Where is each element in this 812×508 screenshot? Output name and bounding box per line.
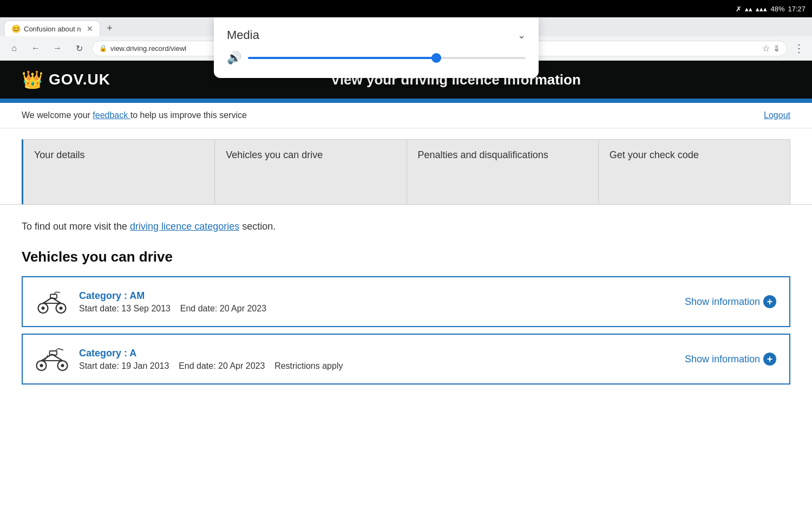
media-header: Media ⌄ bbox=[227, 28, 526, 42]
nav-tabs: Your details Vehicles you can drive Pena… bbox=[0, 128, 812, 205]
chevron-down-icon[interactable]: ⌄ bbox=[518, 29, 526, 41]
svg-point-12 bbox=[40, 364, 43, 367]
show-information-a-button[interactable]: Show information + bbox=[685, 353, 776, 366]
bluetooth-icon: ✗ bbox=[736, 5, 742, 13]
media-controls: 🔊 bbox=[227, 51, 526, 65]
gov-logo: 👑 GOV.UK bbox=[22, 69, 110, 90]
media-popup: Media ⌄ 🔊 bbox=[214, 17, 539, 78]
volume-slider[interactable] bbox=[248, 57, 526, 59]
browser-tab-1[interactable]: 😊 Confusion about n ✕ bbox=[4, 21, 100, 36]
vehicles-section-title: Vehicles you can drive bbox=[22, 249, 790, 265]
tab-title: Confusion about n bbox=[24, 25, 81, 33]
category-am-info: Category : AM Start date: 13 Sep 2013 En… bbox=[79, 290, 674, 314]
back-button[interactable]: ← bbox=[27, 40, 44, 57]
tab-penalties[interactable]: Penalties and disqualifications bbox=[407, 139, 599, 204]
feedback-link[interactable]: feedback bbox=[93, 110, 130, 120]
forward-button[interactable]: → bbox=[49, 40, 66, 57]
home-button[interactable]: ⌂ bbox=[5, 40, 23, 57]
progress-bar bbox=[0, 99, 812, 103]
feedback-bar: We welcome your feedback to help us impr… bbox=[0, 103, 812, 128]
wifi-icon: ▴▴ bbox=[745, 5, 752, 13]
category-card-am: Category : AM Start date: 13 Sep 2013 En… bbox=[22, 276, 790, 327]
reload-button[interactable]: ↻ bbox=[70, 40, 88, 57]
svg-line-18 bbox=[55, 349, 58, 351]
svg-line-19 bbox=[58, 349, 63, 350]
volume-thumb[interactable] bbox=[431, 53, 441, 63]
main-content: To find out more visit the driving licen… bbox=[0, 205, 812, 407]
close-tab-button[interactable]: ✕ bbox=[87, 24, 93, 33]
svg-point-13 bbox=[61, 364, 64, 367]
category-am-label: Category : AM bbox=[79, 290, 674, 302]
time-display: 17:27 bbox=[788, 5, 806, 13]
status-bar: ✗ ▴▴ ▴▴▴ 48% 17:27 bbox=[0, 0, 812, 17]
category-card-a: Category : A Start date: 19 Jan 2013 End… bbox=[22, 334, 790, 385]
signal-icon: ▴▴▴ bbox=[756, 5, 767, 13]
category-a-label: Category : A bbox=[79, 348, 674, 359]
download-icon[interactable]: ⇓ bbox=[773, 43, 780, 54]
tab-emoji: 😊 bbox=[11, 24, 21, 33]
media-title: Media bbox=[227, 28, 259, 42]
motorcycle-icon bbox=[36, 346, 68, 373]
svg-line-9 bbox=[56, 292, 61, 293]
new-tab-button[interactable]: + bbox=[102, 21, 117, 36]
moped-icon bbox=[36, 288, 68, 315]
find-more-text: To find out more visit the driving licen… bbox=[22, 221, 790, 232]
speaker-icon[interactable]: 🔊 bbox=[227, 51, 241, 65]
browser-menu-button[interactable]: ⋮ bbox=[791, 40, 807, 57]
tab-your-details[interactable]: Your details bbox=[22, 139, 215, 204]
svg-point-2 bbox=[42, 307, 45, 310]
tab-vehicles[interactable]: Vehicles you can drive bbox=[215, 139, 407, 204]
svg-point-3 bbox=[60, 307, 63, 310]
battery-level: 48% bbox=[770, 5, 784, 13]
lock-icon: 🔒 bbox=[99, 44, 107, 52]
plus-circle-icon: + bbox=[763, 295, 776, 308]
feedback-text: We welcome your feedback to help us impr… bbox=[22, 110, 247, 120]
driving-licence-categories-link[interactable]: driving licence categories bbox=[130, 221, 239, 232]
gov-name: GOV.UK bbox=[49, 71, 110, 88]
category-a-info: Category : A Start date: 19 Jan 2013 End… bbox=[79, 348, 674, 371]
bookmark-icon[interactable]: ☆ bbox=[762, 43, 770, 54]
tab-check-code[interactable]: Get your check code bbox=[599, 139, 790, 204]
status-icons: ✗ ▴▴ ▴▴▴ 48% 17:27 bbox=[736, 5, 806, 13]
crown-icon: 👑 bbox=[22, 69, 43, 90]
category-a-dates: Start date: 19 Jan 2013 End date: 20 Apr… bbox=[79, 361, 674, 371]
plus-circle-a-icon: + bbox=[763, 353, 776, 366]
volume-fill bbox=[248, 57, 437, 59]
category-am-dates: Start date: 13 Sep 2013 End date: 20 Apr… bbox=[79, 304, 674, 314]
logout-button[interactable]: Logout bbox=[764, 110, 790, 120]
show-information-am-button[interactable]: Show information + bbox=[685, 295, 776, 308]
